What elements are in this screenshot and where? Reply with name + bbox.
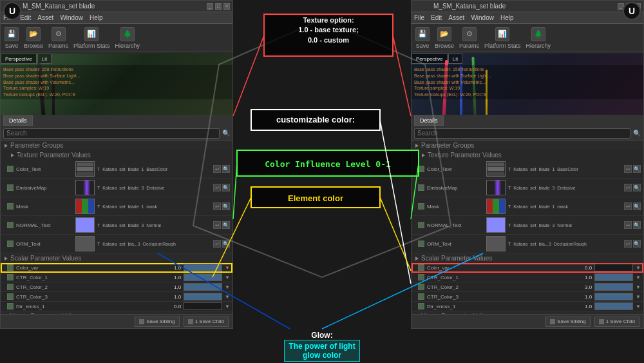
right-tex-check-4[interactable] <box>418 240 424 247</box>
left-scalar-bar-1[interactable] <box>184 273 222 281</box>
right-scalar-row-3: CTR_Color_3 1.0 ▼ <box>412 292 643 302</box>
right-texture-row-1: EmissiveMap T_Katana_set_blade_3_Emissiv… <box>412 179 643 197</box>
right-save-sibling-btn[interactable]: Save Sibling <box>545 317 590 327</box>
right-tex-arrow-4[interactable]: ↩ <box>624 240 632 248</box>
perspective-tab-left[interactable]: Perspective <box>1 54 37 64</box>
right-scalar-check-3[interactable] <box>418 293 424 300</box>
right-tex-thumb-0 <box>486 161 506 177</box>
minimize-btn-left[interactable]: _ <box>207 3 213 10</box>
right-tex-search-4[interactable]: 🔍 <box>633 240 641 248</box>
toolbar-save-left[interactable]: 💾 Save <box>5 27 19 49</box>
right-tex-check-2[interactable] <box>418 203 424 210</box>
right-scalar-bar-3[interactable] <box>594 293 633 300</box>
menu-help-right[interactable]: Help <box>500 14 514 21</box>
right-tex-search-1[interactable]: 🔍 <box>633 184 641 191</box>
left-save-child-btn[interactable]: 1 Save Child <box>184 317 229 327</box>
right-tex-arrow-0[interactable]: ↩ <box>624 165 632 173</box>
left-tex-search-2[interactable]: 🔍 <box>222 202 230 210</box>
left-tex-check-0[interactable] <box>7 166 14 172</box>
left-tex-search-3[interactable]: 🔍 <box>222 221 230 229</box>
menu-asset-right[interactable]: Asset <box>448 14 464 21</box>
menu-edit-left[interactable]: Edit <box>20 14 31 21</box>
right-tex-thumb-4 <box>486 236 506 251</box>
menu-window-right[interactable]: Window <box>471 14 494 21</box>
left-scalar-check-2[interactable] <box>7 284 14 290</box>
right-scalar-arrow-3: ▼ <box>636 294 641 300</box>
right-param-groups-header: Parameter Groups <box>412 141 643 150</box>
left-tex-arrow-1[interactable]: ↩ <box>213 184 221 191</box>
lit-tab-left[interactable]: Lit <box>37 54 52 64</box>
toolbar-browse-left[interactable]: 📂 Browse <box>24 27 43 49</box>
right-search-input[interactable] <box>414 128 630 139</box>
toolbar-hierarchy-right[interactable]: 🌲 Hierarchy <box>526 27 551 49</box>
toolbar-browse-right[interactable]: 📂 Browse <box>435 27 454 49</box>
details-tab-left[interactable]: Details <box>3 115 33 126</box>
right-tex-arrow-2[interactable]: ↩ <box>624 202 632 210</box>
right-tex-name-4: T_Katana_set_bla...3_OcclusionRough <box>508 242 621 246</box>
left-tex-check-3[interactable] <box>7 222 14 228</box>
left-scalar-arrow-4: ▼ <box>225 304 230 309</box>
toolbar-stats-left[interactable]: 📊 Platform Stats <box>73 27 110 49</box>
left-scalar-bar-3[interactable] <box>184 293 222 300</box>
perspective-tab-right[interactable]: Perspective <box>412 54 448 64</box>
left-tex-search-4[interactable]: 🔍 <box>222 240 230 248</box>
right-tex-icons-0: ↩ 🔍 <box>624 165 641 173</box>
right-tex-arrow-3[interactable]: ↩ <box>624 221 632 229</box>
right-tex-search-0[interactable]: 🔍 <box>633 165 641 173</box>
toolbar-params-right[interactable]: ⚙ Params <box>459 27 479 49</box>
left-tex-search-0[interactable]: 🔍 <box>222 165 230 173</box>
left-texture-row-1: EmissiveMap T_Katana_set_blade_3_Emissiv… <box>1 179 232 197</box>
menu-file-right[interactable]: File <box>414 14 424 21</box>
right-save-child-btn[interactable]: 1 Save Child <box>594 317 639 327</box>
right-toolbar: 💾 Save 📂 Browse ⚙ Params 📊 Platform Stat… <box>412 24 643 52</box>
lit-tab-right[interactable]: Lit <box>448 54 462 64</box>
toolbar-params-left[interactable]: ⚙ Params <box>48 27 68 49</box>
left-tex-check-1[interactable] <box>7 184 14 191</box>
left-scalar-row-2: CTR_Color_2 1.0 ▼ <box>1 282 232 292</box>
toolbar-save-right[interactable]: 💾 Save <box>415 27 430 49</box>
toolbar-stats-right[interactable]: 📊 Platform Stats <box>484 27 521 49</box>
close-btn-left[interactable]: × <box>223 3 230 10</box>
right-tex-search-2[interactable]: 🔍 <box>633 202 641 210</box>
left-scalar-bar-4[interactable] <box>184 302 222 310</box>
right-tex-search-3[interactable]: 🔍 <box>633 221 641 229</box>
right-scalar-check-2[interactable] <box>418 284 424 290</box>
menu-window-left[interactable]: Window <box>60 14 83 21</box>
left-scalar-check-1[interactable] <box>7 274 14 280</box>
right-tex-check-3[interactable] <box>418 222 424 228</box>
left-scalar-bar-2[interactable] <box>184 283 222 291</box>
right-tex-check-0[interactable] <box>418 166 424 172</box>
left-tex-arrow-4[interactable]: ↩ <box>213 240 221 248</box>
left-tex-check-2[interactable] <box>7 203 14 210</box>
right-scalar-check-1[interactable] <box>418 274 424 280</box>
right-scalar-check-4[interactable] <box>418 303 424 309</box>
details-tab-right[interactable]: Details <box>414 115 444 126</box>
menu-edit-right[interactable]: Edit <box>431 14 442 21</box>
save-child-icon-left <box>188 319 193 324</box>
left-search-input[interactable] <box>3 128 220 139</box>
right-tex-arrow-1[interactable]: ↩ <box>624 184 632 191</box>
right-tex-name-1: T_Katana_set_blade_3_Emissive <box>508 186 621 190</box>
left-scalar-check-4[interactable] <box>7 303 14 309</box>
maximize-btn-left[interactable]: □ <box>215 3 222 10</box>
right-scalar-check-0[interactable] <box>418 264 424 271</box>
right-scalar-bar-2[interactable] <box>594 283 633 291</box>
left-scalar-check-3[interactable] <box>7 293 14 300</box>
left-tex-check-4[interactable] <box>7 240 14 247</box>
menu-help-left[interactable]: Help <box>90 14 103 21</box>
left-tex-arrow-3[interactable]: ↩ <box>213 221 221 229</box>
right-scalar-bar-0[interactable] <box>594 264 633 271</box>
menu-asset-left[interactable]: Asset <box>37 14 53 21</box>
right-scalar-bar-1[interactable] <box>594 273 633 281</box>
left-param-groups-header: Parameter Groups <box>1 141 232 150</box>
left-tex-search-1[interactable]: 🔍 <box>222 184 230 191</box>
left-save-sibling-btn[interactable]: Save Sibling <box>135 317 179 327</box>
left-scalar-check-0[interactable] <box>7 264 14 271</box>
left-tex-arrow-2[interactable]: ↩ <box>213 202 221 210</box>
left-scalar-label-4: Dir_emiss_1 <box>16 304 160 309</box>
right-scalar-bar-4[interactable] <box>594 302 633 310</box>
left-tex-arrow-0[interactable]: ↩ <box>213 165 221 173</box>
left-scalar-bar-0[interactable] <box>184 264 222 271</box>
right-tex-check-1[interactable] <box>418 184 424 191</box>
toolbar-hierarchy-left[interactable]: 🌲 Hierarchy <box>115 27 140 49</box>
